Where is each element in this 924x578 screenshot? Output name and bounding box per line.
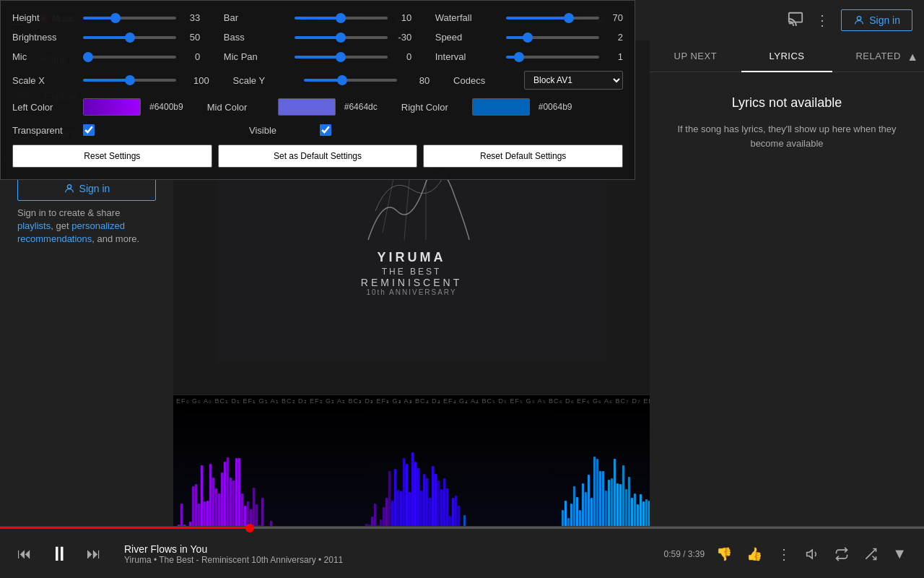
notes-bar: EF₀ G₀ A₀ BC₁ D₁ EF₁ G₁ A₁ BC₂ D₂ EF₂ G₂… [173, 394, 650, 406]
bass-value: -30 [393, 32, 411, 43]
track-info: River Flows in You Yiruma • The Best - R… [113, 543, 658, 565]
left-color-swatch[interactable] [83, 98, 141, 116]
waterfall-slider[interactable] [506, 17, 599, 20]
settings-row-3: Mic 0 Mic Pan 0 Interval 1 [12, 51, 623, 62]
album-subtitle-text: REMINISCENT [339, 277, 484, 288]
visible-label: Visible [249, 125, 314, 136]
speed-slider[interactable] [506, 36, 599, 39]
settings-row-4: Scale X 100 Scale Y 80 Codecs Block AV1 … [12, 71, 623, 90]
interval-slider[interactable] [506, 56, 599, 59]
settings-row-1: Height 33 Bar 10 Waterfall 70 [12, 12, 623, 23]
bar-label: Bar [224, 12, 289, 23]
mid-color-hash: #6464dc [344, 102, 378, 112]
settings-overlay: Height 33 Bar 10 Waterfall 70 Brightness… [0, 0, 635, 180]
like-button[interactable]: 👍 [741, 540, 768, 568]
sign-in-button-top[interactable]: Sign in [841, 9, 912, 31]
scalex-slider[interactable] [83, 79, 176, 82]
brightness-value: 50 [182, 32, 200, 43]
tab-lyrics[interactable]: LYRICS [741, 40, 833, 72]
mic-value: 0 [182, 51, 200, 62]
reset-default-button[interactable]: Reset Default Settings [423, 144, 623, 168]
settings-row-2: Brightness 50 Bass -30 Speed 2 [12, 32, 623, 43]
midcolor-label: Mid Color [207, 102, 272, 113]
track-time: 0:59 / 3:39 [663, 549, 705, 559]
panel-tabs: UP NEXT LYRICS RELATED ▲ [650, 40, 924, 72]
height-slider[interactable] [83, 17, 176, 20]
micpan-slider[interactable] [295, 56, 388, 59]
shuffle-button[interactable] [858, 541, 884, 567]
svg-rect-3 [789, 12, 802, 22]
interval-label: Interval [435, 51, 500, 62]
scaley-value: 80 [403, 75, 430, 86]
svg-marker-9 [807, 550, 813, 558]
set-default-button[interactable]: Set as Default Settings [218, 144, 418, 168]
more-options-icon[interactable]: ⋮ [815, 12, 829, 29]
right-color-hash: #0064b9 [539, 102, 572, 112]
speed-label: Speed [435, 32, 500, 43]
play-pause-button[interactable]: ⏸ [43, 536, 75, 571]
sidebar-sign-in-section: Sign in Sign in to create & share playli… [0, 165, 173, 267]
mic-label: Mic [12, 51, 77, 62]
left-color-hash: #6400b9 [149, 102, 183, 112]
svg-point-4 [858, 17, 861, 20]
scalex-value: 100 [182, 75, 209, 86]
player-right-controls: 👎 👍 ⋮ ▼ [710, 540, 912, 569]
scaley-label: Scale Y [233, 75, 298, 86]
bar-value: 10 [393, 12, 411, 23]
progress-fill [0, 527, 250, 529]
lyrics-title: Lyrics not available [732, 95, 842, 111]
settings-row-colors: Left Color #6400b9 Mid Color #6464dc Rig… [12, 98, 623, 116]
leftcolor-label: Left Color [12, 102, 77, 113]
waterfall-label: Waterfall [435, 12, 500, 23]
micpan-value: 0 [393, 51, 411, 62]
reset-settings-button[interactable]: Reset Settings [12, 144, 212, 168]
lyrics-description: If the song has lyrics, they'll show up … [667, 122, 907, 150]
skip-back-button[interactable]: ⏮ [12, 540, 38, 568]
player-controls: ⏮ ⏸ ⏭ River Flows in You Yiruma • The Be… [0, 529, 924, 578]
repeat-button[interactable] [829, 541, 855, 567]
skip-forward-button[interactable]: ⏭ [81, 540, 107, 568]
volume-button[interactable] [800, 541, 826, 567]
dislike-button[interactable]: 👎 [710, 540, 738, 568]
bass-slider[interactable] [295, 36, 388, 39]
rightcolor-label: Right Color [401, 102, 466, 113]
mid-color-swatch[interactable] [278, 98, 336, 116]
more-options-player[interactable]: ⋮ [771, 540, 797, 569]
scaley-slider[interactable] [304, 79, 397, 82]
expand-button[interactable]: ▼ [886, 540, 912, 568]
progress-dot [245, 524, 254, 532]
top-bar-right: ⋮ Sign in [788, 9, 912, 31]
codecs-label: Codecs [453, 75, 518, 86]
scroll-up-icon[interactable]: ▲ [901, 40, 924, 74]
mic-slider[interactable] [83, 56, 176, 59]
visible-checkbox[interactable] [320, 124, 331, 136]
progress-bar[interactable] [0, 527, 924, 529]
codecs-select[interactable]: Block AV1 H.264 VP9 AV1 [524, 71, 623, 90]
tab-up-next[interactable]: UP NEXT [650, 40, 741, 72]
right-color-swatch[interactable] [472, 98, 530, 116]
notes-text: EF₀ G₀ A₀ BC₁ D₁ EF₁ G₁ A₁ BC₂ D₂ EF₂ G₂… [173, 397, 650, 405]
height-label: Height [12, 12, 77, 23]
speed-value: 2 [605, 32, 623, 43]
track-title: River Flows in You [124, 543, 646, 555]
cast-icon[interactable] [788, 11, 803, 30]
playlists-link[interactable]: playlists [17, 220, 51, 231]
track-artist: Yiruma • The Best - Reminiscent 10th Ann… [124, 555, 646, 565]
album-title-text: THE BEST [339, 267, 484, 277]
bar-slider[interactable] [295, 17, 388, 20]
bottom-player: ⏮ ⏸ ⏭ River Flows in You Yiruma • The Be… [0, 526, 924, 578]
height-value: 33 [182, 12, 200, 23]
interval-value: 1 [605, 51, 623, 62]
waterfall-value: 70 [605, 12, 623, 23]
scalex-label: Scale X [12, 75, 77, 86]
svg-point-5 [67, 185, 71, 189]
brightness-label: Brightness [12, 32, 77, 43]
settings-row-checks: Transparent Visible [12, 124, 623, 136]
brightness-slider[interactable] [83, 36, 176, 39]
right-panel: UP NEXT LYRICS RELATED ▲ Lyrics not avai… [650, 40, 924, 578]
transparent-label: Transparent [12, 125, 77, 136]
sidebar-sign-in-button[interactable]: Sign in [17, 176, 156, 201]
transparent-checkbox[interactable] [83, 124, 95, 136]
settings-buttons: Reset Settings Set as Default Settings R… [12, 144, 623, 168]
album-edition: 10th ANNIVERSARY [339, 288, 484, 296]
